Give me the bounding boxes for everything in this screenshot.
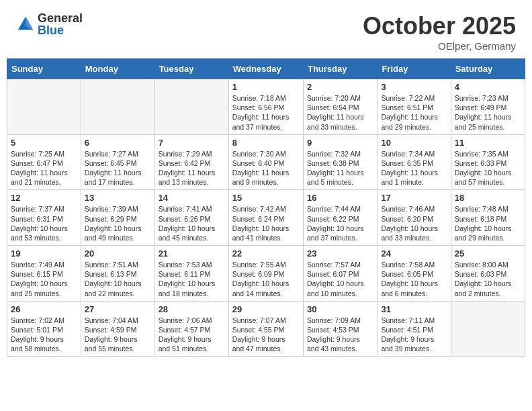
calendar-cell: [7, 79, 81, 135]
day-number: 24: [381, 248, 447, 259]
day-number: 10: [381, 138, 447, 148]
logo-blue-text: Blue: [38, 24, 83, 36]
calendar-cell: 22Sunrise: 7:55 AM Sunset: 6:09 PM Dayli…: [228, 246, 303, 302]
day-number: 2: [307, 82, 373, 92]
day-number: 22: [232, 248, 300, 259]
day-number: 17: [381, 193, 447, 203]
calendar-cell: 9Sunrise: 7:32 AM Sunset: 6:38 PM Daylig…: [303, 134, 377, 190]
day-info: Sunrise: 7:25 AM Sunset: 6:47 PM Dayligh…: [11, 149, 77, 187]
calendar-cell: 1Sunrise: 7:18 AM Sunset: 6:56 PM Daylig…: [228, 79, 303, 135]
day-number: 15: [232, 193, 300, 203]
calendar-cell: 21Sunrise: 7:53 AM Sunset: 6:11 PM Dayli…: [154, 246, 228, 302]
day-info: Sunrise: 7:09 AM Sunset: 4:53 PM Dayligh…: [307, 316, 373, 354]
calendar-cell: 11Sunrise: 7:35 AM Sunset: 6:33 PM Dayli…: [451, 134, 525, 190]
day-info: Sunrise: 7:02 AM Sunset: 5:01 PM Dayligh…: [11, 316, 77, 354]
calendar-cell: 13Sunrise: 7:39 AM Sunset: 6:29 PM Dayli…: [81, 190, 154, 246]
location: OElper, Germany: [363, 40, 516, 52]
day-number: 16: [307, 193, 373, 203]
day-number: 18: [455, 193, 521, 203]
day-number: 5: [11, 138, 77, 148]
day-number: 23: [307, 248, 373, 259]
calendar-cell: 29Sunrise: 7:07 AM Sunset: 4:55 PM Dayli…: [228, 301, 303, 357]
day-info: Sunrise: 7:58 AM Sunset: 6:05 PM Dayligh…: [381, 260, 447, 298]
day-number: 13: [85, 193, 151, 203]
day-info: Sunrise: 7:30 AM Sunset: 6:40 PM Dayligh…: [232, 149, 300, 187]
day-number: 30: [307, 304, 373, 314]
day-number: 11: [455, 138, 521, 148]
calendar-cell: 15Sunrise: 7:42 AM Sunset: 6:24 PM Dayli…: [228, 190, 303, 246]
day-number: 29: [232, 304, 300, 314]
calendar-table: SundayMondayTuesdayWednesdayThursdayFrid…: [7, 58, 525, 357]
calendar-cell: 27Sunrise: 7:04 AM Sunset: 4:59 PM Dayli…: [81, 301, 154, 357]
day-number: 4: [455, 82, 521, 92]
title-block: October 2025 OElper, Germany: [363, 12, 516, 52]
calendar-cell: 5Sunrise: 7:25 AM Sunset: 6:47 PM Daylig…: [7, 134, 81, 190]
calendar-cell: 19Sunrise: 7:49 AM Sunset: 6:15 PM Dayli…: [7, 246, 81, 302]
calendar-cell: 28Sunrise: 7:06 AM Sunset: 4:57 PM Dayli…: [154, 301, 228, 357]
day-number: 1: [232, 82, 300, 92]
weekday-header: Sunday: [7, 59, 81, 79]
calendar-week-row: 12Sunrise: 7:37 AM Sunset: 6:31 PM Dayli…: [7, 190, 525, 246]
weekday-header: Tuesday: [154, 59, 228, 79]
day-info: Sunrise: 7:23 AM Sunset: 6:49 PM Dayligh…: [455, 93, 521, 132]
calendar-week-row: 26Sunrise: 7:02 AM Sunset: 5:01 PM Dayli…: [7, 301, 525, 357]
weekday-header: Monday: [81, 59, 154, 79]
calendar-cell: 25Sunrise: 8:00 AM Sunset: 6:03 PM Dayli…: [451, 246, 525, 302]
day-number: 26: [11, 304, 77, 314]
day-info: Sunrise: 7:57 AM Sunset: 6:07 PM Dayligh…: [307, 260, 373, 298]
calendar-cell: 14Sunrise: 7:41 AM Sunset: 6:26 PM Dayli…: [154, 190, 228, 246]
day-info: Sunrise: 7:34 AM Sunset: 6:35 PM Dayligh…: [381, 149, 447, 187]
day-info: Sunrise: 8:00 AM Sunset: 6:03 PM Dayligh…: [455, 260, 521, 298]
weekday-header: Saturday: [451, 59, 525, 79]
calendar-cell: 7Sunrise: 7:29 AM Sunset: 6:42 PM Daylig…: [154, 134, 228, 190]
calendar-cell: 4Sunrise: 7:23 AM Sunset: 6:49 PM Daylig…: [451, 79, 525, 135]
day-info: Sunrise: 7:04 AM Sunset: 4:59 PM Dayligh…: [85, 316, 151, 354]
day-info: Sunrise: 7:11 AM Sunset: 4:51 PM Dayligh…: [381, 316, 447, 354]
calendar-cell: 3Sunrise: 7:22 AM Sunset: 6:51 PM Daylig…: [378, 79, 451, 135]
calendar-cell: 12Sunrise: 7:37 AM Sunset: 6:31 PM Dayli…: [7, 190, 81, 246]
calendar-cell: 30Sunrise: 7:09 AM Sunset: 4:53 PM Dayli…: [303, 301, 377, 357]
logo-general-text: General: [38, 12, 83, 24]
calendar-cell: [154, 79, 228, 135]
weekday-header-row: SundayMondayTuesdayWednesdayThursdayFrid…: [7, 59, 525, 79]
calendar-cell: 8Sunrise: 7:30 AM Sunset: 6:40 PM Daylig…: [228, 134, 303, 190]
calendar-cell: [81, 79, 154, 135]
day-number: 21: [159, 248, 225, 259]
weekday-header: Wednesday: [228, 59, 303, 79]
day-info: Sunrise: 7:48 AM Sunset: 6:18 PM Dayligh…: [455, 204, 521, 242]
day-info: Sunrise: 7:29 AM Sunset: 6:42 PM Dayligh…: [159, 149, 225, 187]
calendar-week-row: 19Sunrise: 7:49 AM Sunset: 6:15 PM Dayli…: [7, 246, 525, 302]
calendar-cell: 17Sunrise: 7:46 AM Sunset: 6:20 PM Dayli…: [378, 190, 451, 246]
day-number: 28: [159, 304, 225, 314]
calendar-week-row: 5Sunrise: 7:25 AM Sunset: 6:47 PM Daylig…: [7, 134, 525, 190]
day-info: Sunrise: 7:49 AM Sunset: 6:15 PM Dayligh…: [11, 260, 77, 298]
day-number: 3: [381, 82, 447, 92]
calendar-cell: 26Sunrise: 7:02 AM Sunset: 5:01 PM Dayli…: [7, 301, 81, 357]
calendar-cell: 6Sunrise: 7:27 AM Sunset: 6:45 PM Daylig…: [81, 134, 154, 190]
day-info: Sunrise: 7:51 AM Sunset: 6:13 PM Dayligh…: [85, 260, 151, 298]
calendar-cell: [451, 301, 525, 357]
day-info: Sunrise: 7:07 AM Sunset: 4:55 PM Dayligh…: [232, 316, 300, 354]
day-info: Sunrise: 7:46 AM Sunset: 6:20 PM Dayligh…: [381, 204, 447, 242]
calendar-cell: 16Sunrise: 7:44 AM Sunset: 6:22 PM Dayli…: [303, 190, 377, 246]
calendar-cell: 18Sunrise: 7:48 AM Sunset: 6:18 PM Dayli…: [451, 190, 525, 246]
calendar-cell: 10Sunrise: 7:34 AM Sunset: 6:35 PM Dayli…: [378, 134, 451, 190]
day-number: 14: [159, 193, 225, 203]
day-info: Sunrise: 7:44 AM Sunset: 6:22 PM Dayligh…: [307, 204, 373, 242]
day-info: Sunrise: 7:42 AM Sunset: 6:24 PM Dayligh…: [232, 204, 300, 242]
month-title: October 2025: [363, 12, 516, 40]
calendar-cell: 24Sunrise: 7:58 AM Sunset: 6:05 PM Dayli…: [378, 246, 451, 302]
logo: General Blue: [16, 12, 83, 36]
day-number: 19: [11, 248, 77, 259]
day-number: 8: [232, 138, 300, 148]
calendar-cell: 23Sunrise: 7:57 AM Sunset: 6:07 PM Dayli…: [303, 246, 377, 302]
day-info: Sunrise: 7:20 AM Sunset: 6:54 PM Dayligh…: [307, 93, 373, 132]
day-info: Sunrise: 7:32 AM Sunset: 6:38 PM Dayligh…: [307, 149, 373, 187]
day-number: 6: [85, 138, 151, 148]
day-number: 9: [307, 138, 373, 148]
day-info: Sunrise: 7:39 AM Sunset: 6:29 PM Dayligh…: [85, 204, 151, 242]
day-info: Sunrise: 7:35 AM Sunset: 6:33 PM Dayligh…: [455, 149, 521, 187]
day-info: Sunrise: 7:18 AM Sunset: 6:56 PM Dayligh…: [232, 93, 300, 132]
weekday-header: Thursday: [303, 59, 377, 79]
calendar-week-row: 1Sunrise: 7:18 AM Sunset: 6:56 PM Daylig…: [7, 79, 525, 135]
